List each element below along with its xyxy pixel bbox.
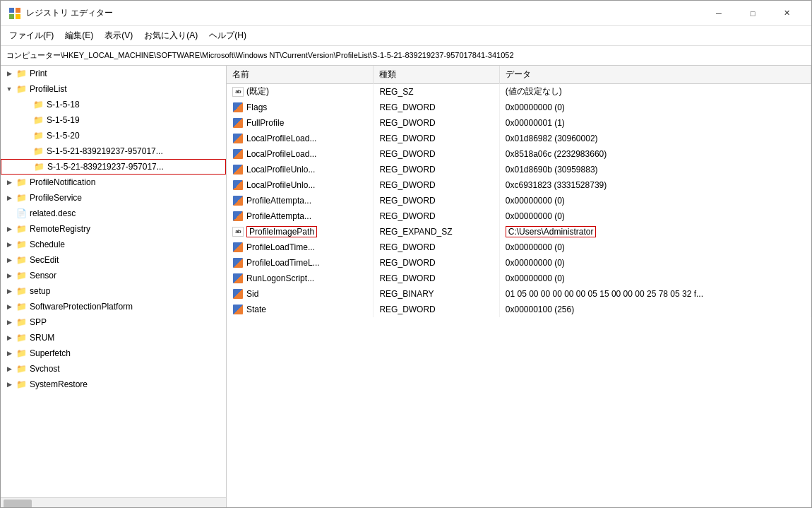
table-cell-data: 0x01d86982 (30960002)	[499, 131, 811, 146]
reg-name-text: RunLogonScript...	[246, 273, 314, 283]
table-cell-name: LocalProfileUnlo...	[227, 162, 374, 177]
reg-name-text: Sid	[246, 289, 258, 299]
expander-sensor: ▶	[4, 272, 15, 279]
tree-item-s120[interactable]: 📁 S-1-5-20	[1, 128, 226, 143]
tree-label-svchost: Svchost	[30, 364, 60, 374]
reg-icon-dword	[232, 242, 244, 252]
close-button[interactable]: ✕	[770, 5, 803, 22]
tree-item-systemrestore[interactable]: ▶ 📁 SystemRestore	[1, 377, 226, 392]
tree-item-svchost[interactable]: ▶ 📁 Svchost	[1, 361, 226, 377]
folder-icon-spp: 📁	[15, 317, 28, 327]
table-row[interactable]: RunLogonScript... REG_DWORD 0x00000000 (…	[227, 271, 811, 286]
tree-item-secedit[interactable]: ▶ 📁 SecEdit	[1, 252, 226, 268]
table-cell-name: ab (既定)	[227, 84, 374, 100]
tree-scroll-area[interactable]: ▶ 📁 Print ▼ 📁 ProfileList 📁 S-1-5-18 📁 S…	[1, 66, 226, 497]
expander-softwareprotection: ▶	[4, 303, 15, 310]
table-row[interactable]: ProfileAttempta... REG_DWORD 0x00000000 …	[227, 193, 811, 208]
folder-icon-profilelist: 📁	[15, 84, 28, 94]
table-cell-data: 0xc6931823 (3331528739)	[499, 177, 811, 193]
expander-setup: ▶	[4, 288, 15, 295]
tree-label-remoteregistry: RemoteRegistry	[30, 224, 90, 234]
registry-table: 名前 種類 データ ab (既定) REG_SZ (値の設定なし) Flags …	[227, 66, 811, 317]
tree-item-sensor[interactable]: ▶ 📁 Sensor	[1, 268, 226, 283]
tree-item-print[interactable]: ▶ 📁 Print	[1, 66, 226, 81]
svg-rect-1	[16, 8, 20, 13]
reg-data-text: 01 05 00 00 00 00 00 05 15 00 00 00 25 7…	[506, 289, 703, 299]
tree-label-srum: SRUM	[30, 333, 54, 343]
table-row[interactable]: LocalProfileLoad... REG_DWORD 0x01d86982…	[227, 131, 811, 146]
folder-icon-s121a: 📁	[32, 146, 44, 156]
col-header-name: 名前	[227, 66, 374, 84]
table-row[interactable]: ProfileLoadTime... REG_DWORD 0x00000000 …	[227, 240, 811, 255]
table-cell-name: FullProfile	[227, 115, 374, 131]
table-cell-name: ab ProfileImagePath	[227, 224, 374, 240]
reg-data-text: (値の設定なし)	[506, 86, 562, 96]
tree-item-superfetch[interactable]: ▶ 📁 Superfetch	[1, 345, 226, 361]
tree-item-profilenotification[interactable]: ▶ 📁 ProfileNotification	[1, 175, 226, 190]
reg-icon-dword	[232, 165, 244, 175]
table-row[interactable]: LocalProfileUnlo... REG_DWORD 0xc6931823…	[227, 177, 811, 193]
tree-label-related-desc: related.desc	[30, 208, 76, 218]
folder-icon-s121b: 📁	[32, 162, 45, 172]
reg-data-text: 0x00000000 (0)	[506, 273, 565, 283]
reg-name-text: Flags	[246, 102, 267, 112]
table-row[interactable]: Sid REG_BINARY 01 05 00 00 00 00 00 05 1…	[227, 286, 811, 302]
tree-item-s121b[interactable]: 📁 S-1-5-21-839219237-957017...	[1, 159, 226, 175]
table-row[interactable]: ProfileAttempta... REG_DWORD 0x00000000 …	[227, 208, 811, 224]
maximize-button[interactable]: □	[736, 5, 769, 22]
expander-profilenotification: ▶	[4, 179, 15, 186]
table-row[interactable]: Flags REG_DWORD 0x00000000 (0)	[227, 100, 811, 115]
tree-hscroll-thumb[interactable]	[4, 500, 32, 508]
table-row[interactable]: LocalProfileLoad... REG_DWORD 0x8518a06c…	[227, 146, 811, 162]
tree-item-setup[interactable]: ▶ 📁 setup	[1, 283, 226, 299]
tree-item-remoteregistry[interactable]: ▶ 📁 RemoteRegistry	[1, 221, 226, 237]
table-row[interactable]: ProfileLoadTimeL... REG_DWORD 0x00000000…	[227, 255, 811, 271]
tree-item-softwareprotection[interactable]: ▶ 📁 SoftwareProtectionPlatform	[1, 299, 226, 314]
tree-label-s118: S-1-5-18	[47, 100, 80, 110]
minimize-button[interactable]: ─	[703, 5, 735, 22]
reg-icon-dword	[232, 211, 244, 221]
tree-item-s121a[interactable]: 📁 S-1-5-21-839219237-957017...	[1, 143, 226, 159]
menu-view[interactable]: 表示(V)	[99, 27, 138, 45]
table-cell-type: REG_SZ	[374, 84, 499, 100]
table-cell-type: REG_DWORD	[374, 131, 499, 146]
table-row[interactable]: State REG_DWORD 0x00000100 (256)	[227, 302, 811, 317]
tree-item-spp[interactable]: ▶ 📁 SPP	[1, 314, 226, 330]
reg-icon-dword	[232, 258, 244, 268]
menu-favorites[interactable]: お気に入り(A)	[138, 27, 203, 45]
window-controls: ─ □ ✕	[703, 5, 803, 22]
table-row[interactable]: FullProfile REG_DWORD 0x00000001 (1)	[227, 115, 811, 131]
tree-item-srum[interactable]: ▶ 📁 SRUM	[1, 330, 226, 345]
tree-item-schedule[interactable]: ▶ 📁 Schedule	[1, 237, 226, 252]
reg-icon-ab: ab	[232, 87, 244, 97]
tree-item-profilelist[interactable]: ▼ 📁 ProfileList	[1, 81, 226, 97]
address-bar: コンピューター\HKEY_LOCAL_MACHINE\SOFTWARE\Micr…	[1, 46, 811, 66]
menu-edit[interactable]: 編集(E)	[59, 27, 99, 45]
tree-item-profileservice[interactable]: ▶ 📁 ProfileService	[1, 190, 226, 206]
table-cell-type: REG_DWORD	[374, 193, 499, 208]
menu-help[interactable]: ヘルプ(H)	[203, 27, 252, 45]
reg-name-text: ProfileLoadTimeL...	[246, 258, 320, 268]
table-cell-type: REG_BINARY	[374, 286, 499, 302]
tree-item-s118[interactable]: 📁 S-1-5-18	[1, 97, 226, 112]
tree-item-related-desc[interactable]: 📄 related.desc	[1, 206, 226, 221]
folder-icon-print: 📁	[15, 69, 28, 78]
table-row[interactable]: ab ProfileImagePath REG_EXPAND_SZ C:\Use…	[227, 224, 811, 240]
reg-name-text: LocalProfileUnlo...	[246, 165, 315, 175]
menu-file[interactable]: ファイル(F)	[4, 27, 59, 45]
tree-panel: ▶ 📁 Print ▼ 📁 ProfileList 📁 S-1-5-18 📁 S…	[1, 66, 227, 508]
registry-scroll-area[interactable]: 名前 種類 データ ab (既定) REG_SZ (値の設定なし) Flags …	[227, 66, 811, 508]
reg-data-text: 0x00000000 (0)	[506, 242, 565, 252]
tree-horizontal-scrollbar[interactable]	[1, 497, 226, 508]
table-cell-type: REG_DWORD	[374, 115, 499, 131]
tree-label-sensor: Sensor	[30, 271, 56, 280]
tree-label-setup: setup	[30, 286, 50, 296]
expander-remoteregistry: ▶	[4, 225, 15, 232]
reg-data-text: 0x00000001 (1)	[506, 118, 565, 128]
table-row[interactable]: LocalProfileUnlo... REG_DWORD 0x01d8690b…	[227, 162, 811, 177]
table-row[interactable]: ab (既定) REG_SZ (値の設定なし)	[227, 84, 811, 100]
table-cell-type: REG_EXPAND_SZ	[374, 224, 499, 240]
tree-item-s119[interactable]: 📁 S-1-5-19	[1, 112, 226, 128]
title-bar-left: レジストリ エディター	[9, 7, 113, 19]
reg-data-outlined: C:\Users\Administrator	[506, 226, 597, 237]
